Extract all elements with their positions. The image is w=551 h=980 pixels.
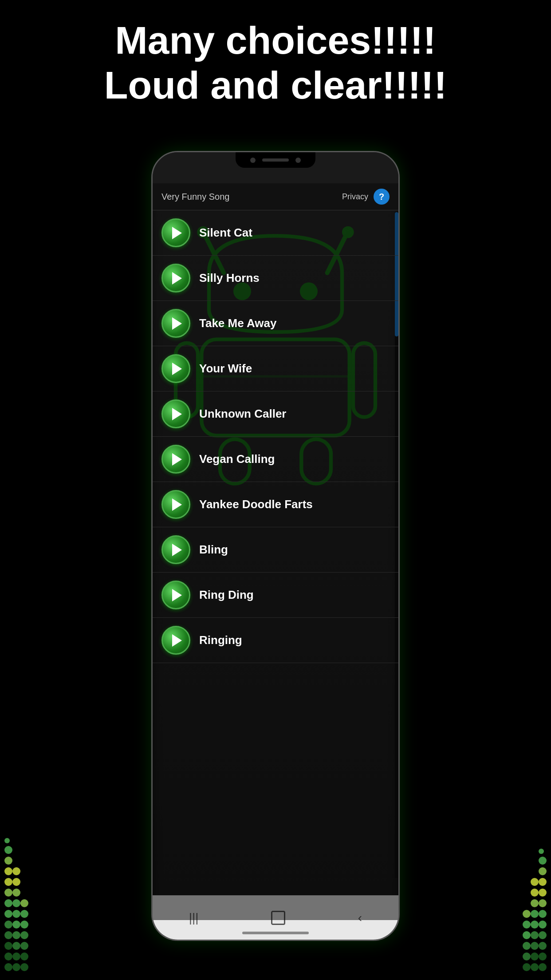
notch-cutout: [236, 152, 315, 168]
list-item[interactable]: Ring Ding: [153, 573, 398, 618]
power-button[interactable]: [398, 263, 400, 299]
home-indicator: [242, 932, 309, 934]
eq-col-1: [4, 0, 12, 980]
song-list[interactable]: Silent CatSilly HornsTake Me AwayYour Wi…: [153, 210, 398, 920]
notch-sensor: [295, 158, 301, 163]
play-button[interactable]: [161, 218, 190, 247]
notch-speaker: [262, 158, 289, 162]
song-name-label: Bling: [199, 543, 228, 557]
song-name-label: Your Wife: [199, 362, 252, 375]
title-line2: Loud and clear!!!!!: [0, 63, 551, 107]
list-item[interactable]: Unknown Caller: [153, 391, 398, 437]
play-button[interactable]: [161, 264, 190, 292]
app-bar-right: Privacy ?: [342, 189, 390, 205]
list-item[interactable]: Take Me Away: [153, 301, 398, 346]
list-item[interactable]: Yankee Doodle Farts: [153, 482, 398, 527]
song-name-label: Silly Horns: [199, 271, 260, 285]
title-area: Many choices!!!!! Loud and clear!!!!!: [0, 18, 551, 107]
eq-col-2: [12, 0, 20, 980]
eq-col-r2: [531, 0, 539, 980]
eq-col-3: [20, 0, 28, 980]
play-button[interactable]: [161, 445, 190, 474]
play-button[interactable]: [161, 354, 190, 383]
phone-frame: Very Funny Song Privacy ?: [151, 151, 400, 941]
play-button[interactable]: [161, 535, 190, 564]
song-name-label: Vegan Calling: [199, 452, 275, 466]
song-name-label: Yankee Doodle Farts: [199, 498, 313, 511]
song-name-label: Silent Cat: [199, 226, 252, 240]
privacy-link[interactable]: Privacy: [342, 192, 368, 202]
list-item[interactable]: Bling: [153, 527, 398, 573]
play-button[interactable]: [161, 490, 190, 519]
song-name-label: Unknown Caller: [199, 407, 286, 421]
list-item[interactable]: Your Wife: [153, 346, 398, 391]
list-item[interactable]: Ringing: [153, 618, 398, 663]
song-name-label: Take Me Away: [199, 316, 276, 330]
help-button[interactable]: ?: [374, 189, 390, 205]
list-item[interactable]: Silly Horns: [153, 256, 398, 301]
phone-notch: [153, 152, 398, 183]
app-title: Very Funny Song: [161, 192, 229, 202]
eq-col-r1: [539, 0, 547, 980]
list-item[interactable]: Silent Cat: [153, 210, 398, 256]
song-name-label: Ring Ding: [199, 588, 254, 602]
play-button[interactable]: [161, 581, 190, 609]
app-bar: Very Funny Song Privacy ?: [153, 183, 398, 210]
list-item[interactable]: Vegan Calling: [153, 437, 398, 482]
song-name-label: Ringing: [199, 633, 242, 647]
play-button[interactable]: [161, 626, 190, 655]
notch-camera: [250, 158, 256, 163]
play-button[interactable]: [161, 399, 190, 428]
play-button[interactable]: [161, 309, 190, 338]
title-line1: Many choices!!!!!: [0, 18, 551, 63]
eq-col-r3: [523, 0, 531, 980]
